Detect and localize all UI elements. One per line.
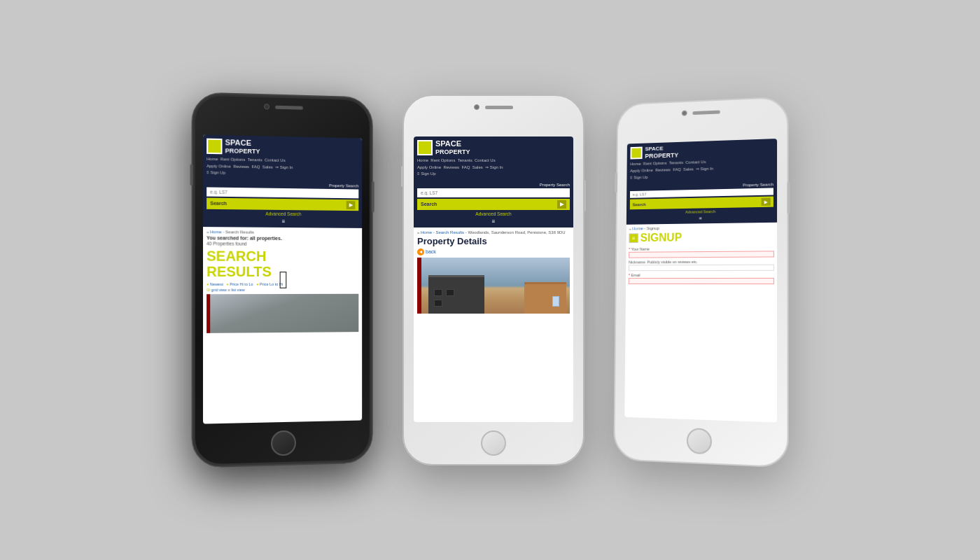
property-details-title: Property Details	[417, 236, 570, 246]
breadcrumb-search-results[interactable]: Search Results	[435, 230, 464, 234]
volume-btn-white-right	[615, 172, 617, 192]
nav-reviews-right[interactable]: Reviews	[655, 167, 671, 172]
search-input-black[interactable]	[206, 187, 358, 198]
logo-text-black: SPACE PROPERTY	[225, 138, 260, 155]
nav-home-black[interactable]: Home	[206, 157, 218, 161]
phone-white-right: SPACE PROPERTY Home Rent Options Tenants…	[613, 96, 788, 468]
list-view-btn[interactable]: list view	[231, 288, 244, 292]
back-link[interactable]: ◄ back	[417, 248, 570, 255]
nav-sales-right[interactable]: Sales	[683, 167, 694, 172]
power-btn-black	[372, 181, 374, 212]
nav-faq-black[interactable]: FAQ	[251, 164, 260, 169]
logo-box-black	[206, 139, 222, 155]
advanced-search-black[interactable]: Advanced Search	[206, 209, 358, 218]
nav-home-center[interactable]: Home	[417, 158, 428, 162]
front-camera-black	[264, 104, 270, 109]
nav-links-right: Home Rent Options Tenants Contact Us App…	[630, 158, 774, 181]
apple-logo: 	[279, 265, 288, 295]
nav-signup-right[interactable]: ≡ Sign Up	[630, 175, 648, 179]
search-arrow-right: ▶	[762, 198, 771, 206]
home-btn-white-right[interactable]	[687, 428, 712, 454]
search-input-right[interactable]	[630, 188, 774, 198]
nav-faq-center[interactable]: FAQ	[461, 165, 470, 169]
sort-price-hi-lo[interactable]: Price Hi to Lo	[230, 282, 253, 286]
searched-for-label: You searched for: all properties.	[206, 235, 358, 241]
home-btn-black[interactable]	[271, 430, 296, 456]
nav-sales-center[interactable]: Sales	[472, 165, 483, 169]
nav-bar-black: SPACE PROPERTY Home Rent Options Tenants…	[203, 134, 362, 181]
app-property-details: SPACE PROPERTY Home Rent Options Tenants…	[414, 136, 573, 422]
field-input-name[interactable]	[629, 251, 774, 258]
nav-tenants-right[interactable]: Tenants	[669, 161, 683, 165]
properties-found-label: 40 Properties found	[206, 241, 358, 246]
nav-faq-right[interactable]: FAQ	[673, 167, 681, 172]
breadcrumb-home-black[interactable]: Home	[210, 230, 221, 234]
nav-signin-right[interactable]: ⇒ Sign In	[696, 167, 713, 172]
nav-signup-black[interactable]: ≡ Sign Up	[206, 170, 225, 175]
breadcrumb-home-center[interactable]: Home	[421, 230, 432, 234]
nav-apply-center[interactable]: Apply Online	[417, 165, 441, 169]
volume-btn-white-center	[401, 166, 404, 187]
nav-sales-black[interactable]: Sales	[262, 164, 273, 169]
search-label-center: Property Search	[417, 183, 570, 187]
front-camera-white-center	[474, 104, 479, 110]
speaker-white-center	[485, 106, 513, 109]
nav-tenants-center[interactable]: Tenants	[458, 158, 472, 162]
nav-rent-right[interactable]: Rent Options	[643, 161, 667, 166]
breadcrumb-black: » Home - Search Results	[206, 230, 358, 235]
field-label-email: * Email	[629, 273, 774, 277]
advanced-search-center[interactable]: Advanced Search	[417, 210, 570, 218]
signup-title: SIGNUP	[640, 232, 682, 244]
breadcrumb-right: » Home - Signup	[629, 225, 774, 231]
nav-rent-center[interactable]: Rent Options	[430, 158, 455, 162]
field-input-email[interactable]	[629, 278, 774, 284]
menu-icon-center: ≡	[417, 218, 570, 225]
nav-apply-right[interactable]: Apply Online	[630, 168, 653, 173]
nav-rent-black[interactable]: Rent Options	[220, 157, 245, 162]
logo-box-center	[417, 140, 433, 155]
search-input-center[interactable]	[417, 188, 570, 197]
field-input-nickname[interactable]	[629, 265, 774, 272]
nav-contact-right[interactable]: Contact Us	[685, 160, 706, 165]
nav-reviews-black[interactable]: Reviews	[233, 164, 249, 168]
nav-home-right[interactable]: Home	[630, 162, 640, 166]
search-arrow-center: ▶	[557, 200, 566, 209]
search-section-center: Property Search Search ▶ Advanced Search…	[414, 181, 573, 227]
field-label-nickname: Nickname: Publicly visible on reviews et…	[629, 260, 774, 265]
volume-btn-black	[190, 164, 193, 186]
nav-bar-white-center: SPACE PROPERTY Home Rent Options Tenants…	[414, 136, 573, 181]
menu-icon-black: ≡	[206, 218, 358, 225]
nav-tenants-black[interactable]: Tenants	[248, 158, 262, 162]
property-photo	[417, 258, 570, 314]
signup-icon: ≡	[629, 233, 638, 243]
phone-black:  SPACE PROPERTY Home Rent Options	[192, 92, 373, 468]
nav-signin-center[interactable]: ⇒ Sign In	[485, 165, 503, 169]
nav-signin-black[interactable]: ⇒ Sign In	[275, 164, 293, 169]
sort-newest[interactable]: Newest	[210, 282, 223, 286]
nav-bar-white-right: SPACE PROPERTY Home Rent Options Tenants…	[626, 139, 777, 184]
content-property-details: » Home - Search Results - Woodlands, Sau…	[414, 227, 573, 316]
nav-reviews-center[interactable]: Reviews	[443, 165, 459, 169]
speaker-black	[275, 105, 303, 109]
search-section-black: Property Search Search ▶ Advanced Search…	[203, 179, 362, 228]
nav-signup-center[interactable]: ≡ Sign Up	[417, 172, 436, 176]
nav-contact-black[interactable]: Contact Us	[265, 158, 286, 162]
screen-white-center: SPACE PROPERTY Home Rent Options Tenants…	[414, 136, 573, 422]
breadcrumb-center: » Home - Search Results - Woodlands, Sau…	[417, 230, 570, 234]
breadcrumb-home-right[interactable]: Home	[632, 227, 643, 231]
nav-links-center: Home Rent Options Tenants Contact Us App…	[417, 158, 570, 178]
nav-contact-center[interactable]: Contact Us	[475, 158, 496, 162]
speaker-white-right	[692, 110, 720, 115]
search-section-right: Property Search Search ▶ Advanced Search…	[626, 180, 777, 225]
power-btn-white-right	[787, 182, 790, 214]
phone-white-center: SPACE PROPERTY Home Rent Options Tenants…	[402, 94, 584, 465]
property-image-strip	[206, 294, 358, 333]
scene:  SPACE PROPERTY Home Rent Options	[0, 0, 980, 560]
nav-apply-black[interactable]: Apply Online	[206, 164, 231, 169]
search-arrow-black: ▶	[346, 201, 356, 209]
grid-view-btn[interactable]: grid view	[211, 288, 227, 292]
screen-white-right: SPACE PROPERTY Home Rent Options Tenants…	[624, 139, 777, 422]
search-button-center[interactable]: Search ▶	[417, 199, 570, 210]
home-btn-white-center[interactable]	[481, 430, 506, 456]
front-camera-white-right	[682, 111, 687, 116]
